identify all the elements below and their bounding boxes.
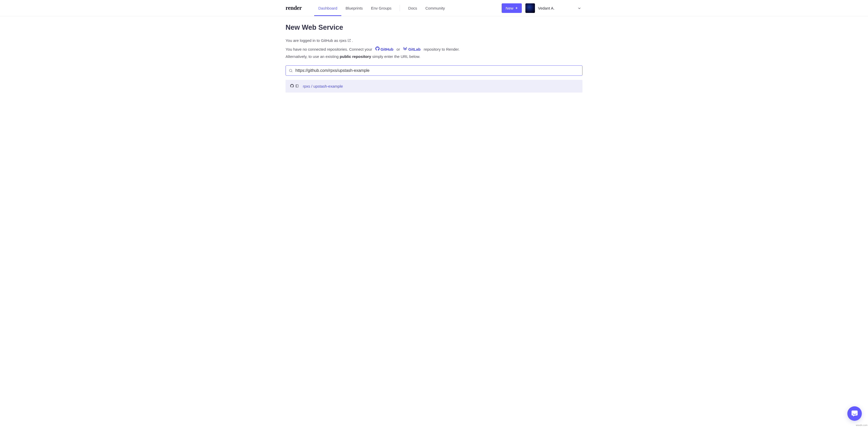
plus-icon: + bbox=[516, 6, 518, 10]
logged-in-line: You are logged in to GitHub as rpxs . bbox=[285, 37, 583, 44]
logged-in-user: rpxs bbox=[339, 37, 346, 44]
external-link-icon[interactable] bbox=[347, 39, 351, 42]
logo[interactable]: render bbox=[285, 5, 302, 11]
logged-in-prefix: You are logged in to GitHub as bbox=[285, 37, 338, 44]
main-content: New Web Service You are logged in to Git… bbox=[285, 16, 583, 92]
svg-rect-1 bbox=[296, 85, 299, 87]
nav-env-groups[interactable]: Env Groups bbox=[367, 0, 396, 16]
avatar bbox=[525, 3, 535, 13]
nav-community[interactable]: Community bbox=[421, 0, 449, 16]
alt-text-2: simply enter the URL below. bbox=[371, 54, 420, 59]
alt-text-1: Alternatively, to use an existing bbox=[285, 54, 340, 59]
user-name: Vedant A. bbox=[538, 6, 555, 10]
new-button[interactable]: New + bbox=[502, 3, 522, 13]
nav-divider bbox=[400, 5, 400, 11]
nav-blueprints[interactable]: Blueprints bbox=[341, 0, 367, 16]
topbar: render Dashboard Blueprints Env Groups D… bbox=[0, 0, 868, 16]
gitlab-label: GitLab bbox=[408, 46, 421, 53]
or-text: or bbox=[397, 46, 400, 53]
github-link[interactable]: GitHub bbox=[375, 46, 394, 53]
search-icon bbox=[289, 69, 293, 73]
page-title: New Web Service bbox=[285, 24, 583, 31]
repo-result-row[interactable]: rpxs / upstash-example bbox=[285, 80, 583, 92]
gitlab-link[interactable]: GitLab bbox=[403, 46, 421, 53]
gitlab-icon bbox=[403, 46, 407, 53]
nav-dashboard[interactable]: Dashboard bbox=[314, 0, 341, 16]
repo-icon bbox=[296, 84, 299, 88]
github-icon bbox=[375, 46, 379, 53]
connect-text-2: repository to Render. bbox=[424, 46, 460, 53]
alternative-line: Alternatively, to use an existing public… bbox=[285, 54, 583, 60]
main-nav: Dashboard Blueprints Env Groups Docs Com… bbox=[314, 0, 449, 16]
user-menu[interactable]: Vedant A. bbox=[525, 3, 583, 13]
chevron-down-icon bbox=[578, 6, 581, 9]
connect-text-1: You have no connected repositories. Conn… bbox=[285, 46, 372, 53]
repo-url-input[interactable] bbox=[296, 66, 579, 76]
public-repo-bold: public repository bbox=[340, 54, 371, 59]
svg-point-0 bbox=[289, 69, 292, 72]
nav-docs[interactable]: Docs bbox=[404, 0, 421, 16]
repo-result-label: rpxs / upstash-example bbox=[303, 84, 343, 88]
repo-search-wrap[interactable] bbox=[285, 65, 583, 76]
new-button-label: New bbox=[506, 6, 514, 10]
logged-in-suffix: . bbox=[352, 37, 353, 44]
connect-line: You have no connected repositories. Conn… bbox=[285, 46, 583, 53]
github-icon bbox=[290, 84, 294, 88]
github-label: GitHub bbox=[380, 46, 394, 53]
